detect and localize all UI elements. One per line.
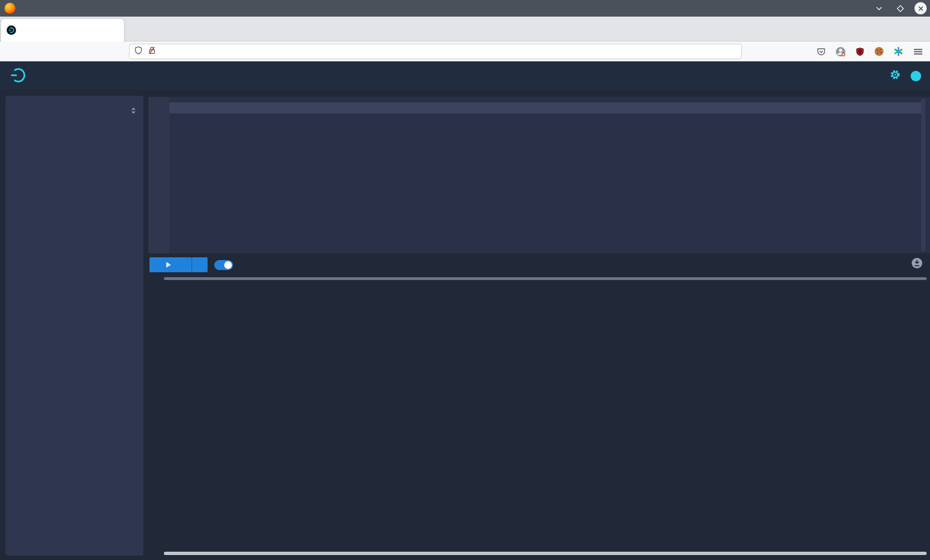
results-table — [148, 282, 930, 553]
window-title — [0, 0, 930, 17]
browser-tabbar — [0, 17, 930, 42]
ublock-icon[interactable] — [854, 46, 865, 57]
account-extension-icon[interactable] — [835, 46, 846, 57]
toggle-knob — [224, 261, 232, 269]
auto-limit-toggle[interactable] — [214, 260, 233, 270]
maximize-icon[interactable] — [893, 2, 907, 15]
druid-logo-icon — [10, 67, 27, 85]
shield-icon[interactable] — [134, 46, 143, 57]
url-bar[interactable] — [129, 44, 742, 59]
query-view — [0, 90, 930, 560]
asterisk-extension-icon[interactable] — [893, 46, 904, 57]
browser-toolbar — [0, 42, 930, 61]
table-bottom-scrollbar[interactable] — [164, 552, 927, 555]
minimize-icon[interactable] — [872, 2, 886, 15]
help-icon[interactable] — [911, 71, 921, 81]
app-window — [0, 0, 930, 560]
druid-favicon-icon — [7, 25, 16, 35]
druid-brand[interactable] — [10, 61, 31, 90]
pocket-icon[interactable] — [815, 46, 826, 57]
menu-hamburger-icon[interactable] — [912, 46, 923, 57]
cookie-extension-icon[interactable] — [874, 46, 885, 57]
active-line-highlight — [169, 102, 924, 113]
table-top-scrollbar[interactable] — [164, 277, 927, 280]
run-button[interactable] — [149, 257, 192, 272]
editor-gutter — [148, 97, 169, 253]
run-more-button[interactable] — [192, 257, 208, 272]
line-number — [148, 102, 165, 113]
druid-header — [0, 61, 930, 90]
insecure-lock-icon[interactable] — [148, 46, 156, 57]
close-icon[interactable] — [914, 2, 927, 14]
editor-scrollbar[interactable] — [921, 98, 926, 252]
download-icon[interactable] — [911, 257, 923, 271]
window-titlebar — [0, 0, 930, 17]
tab-apache-druid[interactable] — [1, 19, 124, 42]
gear-icon[interactable] — [890, 69, 901, 82]
run-bar — [148, 252, 930, 278]
schema-panel — [6, 96, 143, 556]
sort-icon[interactable] — [130, 107, 137, 117]
sql-editor[interactable] — [148, 97, 930, 253]
